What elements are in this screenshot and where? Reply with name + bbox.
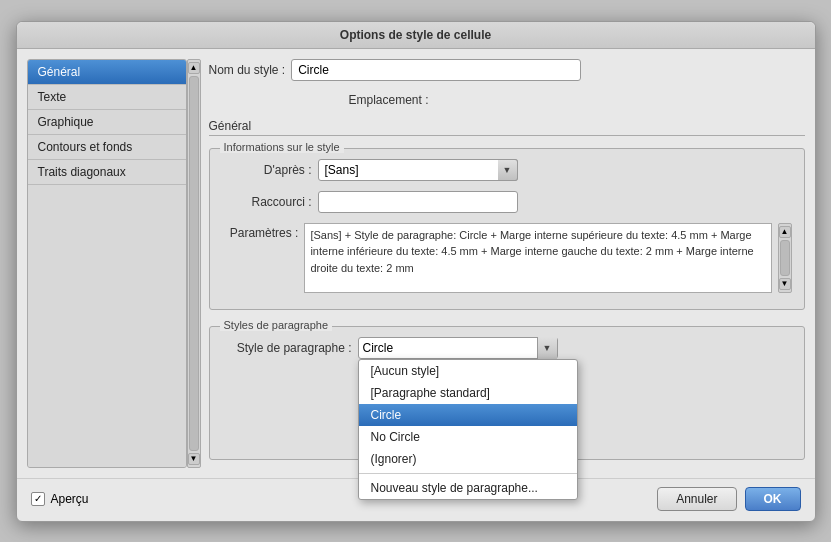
sidebar-item-general[interactable]: Général xyxy=(28,60,186,85)
sidebar-scrollbar: ▲ ▼ xyxy=(187,59,201,468)
parametres-label: Paramètres : xyxy=(222,223,299,240)
btn-row: Annuler OK xyxy=(657,487,800,511)
informations-content: D'après : [Sans] ▼ Raccourci : xyxy=(222,159,792,297)
styles-group: Styles de paragraphe Style de paragraphe… xyxy=(209,326,805,460)
emplacement-row: Emplacement : xyxy=(349,93,805,107)
nom-du-style-input[interactable] xyxy=(291,59,581,81)
raccourci-input[interactable] xyxy=(318,191,518,213)
nom-du-style-row: Nom du style : xyxy=(209,59,805,81)
raccourci-label: Raccourci : xyxy=(222,195,312,209)
sidebar-scroll-thumb[interactable] xyxy=(189,76,199,451)
dropdown-item-paragraphe[interactable]: [Paragraphe standard] xyxy=(359,382,577,404)
style-de-para-value: Circle xyxy=(363,341,537,355)
sidebar-list: Général Texte Graphique Contours et fond… xyxy=(27,59,187,468)
sidebar-item-texte[interactable]: Texte xyxy=(28,85,186,110)
daprès-select[interactable]: [Sans] xyxy=(318,159,518,181)
daprès-dropdown-arrow[interactable]: ▼ xyxy=(498,159,518,181)
dialog-body: Général Texte Graphique Contours et fond… xyxy=(17,49,815,478)
sidebar-item-graphique[interactable]: Graphique xyxy=(28,110,186,135)
daprès-label: D'après : xyxy=(222,163,312,177)
main-content: Nom du style : Emplacement : Général Inf… xyxy=(209,59,805,468)
style-de-para-arrow[interactable]: ▼ xyxy=(537,337,557,359)
style-de-para-wrapper: Circle ▼ [Aucun style] [Paragraphe stand… xyxy=(358,337,558,359)
parametres-row: Paramètres : [Sans] + Style de paragraph… xyxy=(222,223,792,293)
annuler-button[interactable]: Annuler xyxy=(657,487,736,511)
dropdown-item-new-style[interactable]: Nouveau style de paragraphe... xyxy=(359,477,577,499)
style-de-para-display[interactable]: Circle ▼ xyxy=(358,337,558,359)
dropdown-divider xyxy=(359,473,577,474)
dropdown-item-nocircle[interactable]: No Circle xyxy=(359,426,577,448)
informations-title: Informations sur le style xyxy=(220,141,344,153)
style-de-para-label: Style de paragraphe : xyxy=(222,341,352,355)
params-scroll-thumb[interactable] xyxy=(780,240,790,276)
nom-du-style-label: Nom du style : xyxy=(209,63,286,77)
informations-group: Informations sur le style D'après : [San… xyxy=(209,148,805,310)
params-wrapper: [Sans] + Style de paragraphe: Circle + M… xyxy=(304,223,791,293)
dialog-title: Options de style de cellule xyxy=(17,22,815,49)
params-scroll-up[interactable]: ▲ xyxy=(779,226,791,238)
params-scrollbar: ▲ ▼ xyxy=(778,223,792,293)
sidebar: Général Texte Graphique Contours et fond… xyxy=(27,59,199,468)
paragraph-style-dropdown: [Aucun style] [Paragraphe standard] Circ… xyxy=(358,359,578,500)
general-section-label: Général xyxy=(209,119,805,136)
apercu-row: ✓ Aperçu xyxy=(31,492,89,506)
styles-title: Styles de paragraphe xyxy=(220,319,333,331)
dropdown-item-aucun[interactable]: [Aucun style] xyxy=(359,360,577,382)
sidebar-item-contours[interactable]: Contours et fonds xyxy=(28,135,186,160)
daprès-row: D'après : [Sans] ▼ xyxy=(222,159,792,181)
apercu-checkbox[interactable]: ✓ xyxy=(31,492,45,506)
sidebar-scroll-down[interactable]: ▼ xyxy=(188,453,200,465)
ok-button[interactable]: OK xyxy=(745,487,801,511)
sidebar-scroll-up[interactable]: ▲ xyxy=(188,62,200,74)
paragraph-style-row: Style de paragraphe : Circle ▼ [Aucun st… xyxy=(222,337,792,359)
dropdown-item-circle[interactable]: Circle xyxy=(359,404,577,426)
dialog: Options de style de cellule Général Text… xyxy=(16,21,816,522)
emplacement-label: Emplacement : xyxy=(349,93,429,107)
daprès-select-wrapper: [Sans] ▼ xyxy=(318,159,518,181)
params-scroll-down[interactable]: ▼ xyxy=(779,278,791,290)
dropdown-item-ignorer[interactable]: (Ignorer) xyxy=(359,448,577,470)
params-textarea: [Sans] + Style de paragraphe: Circle + M… xyxy=(304,223,771,293)
raccourci-row: Raccourci : xyxy=(222,191,792,213)
sidebar-item-traits[interactable]: Traits diagonaux xyxy=(28,160,186,185)
apercu-label: Aperçu xyxy=(51,492,89,506)
